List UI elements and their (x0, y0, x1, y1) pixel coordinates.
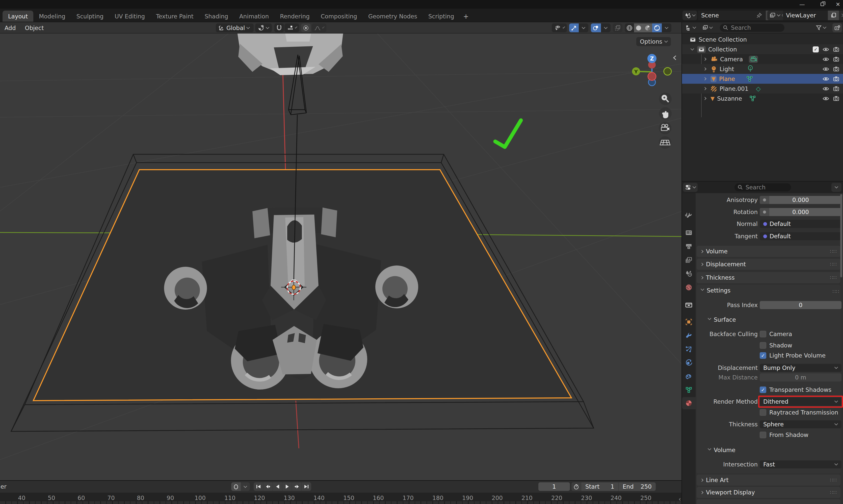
gizmos-dropdown[interactable] (579, 23, 588, 32)
collapsed-icon[interactable] (703, 57, 706, 61)
disable-render-camera-icon[interactable] (833, 95, 840, 102)
auto-keying-toggle[interactable] (231, 482, 241, 491)
gizmos-toggle[interactable] (569, 23, 579, 32)
properties-options-dropdown[interactable] (831, 183, 842, 192)
add-workspace-button[interactable]: + (460, 11, 472, 22)
anisotropy-input[interactable]: 0.000 (760, 196, 842, 204)
tab-view-layer[interactable] (682, 254, 695, 266)
outliner-display-mode-dropdown[interactable] (684, 23, 698, 32)
tab-modifiers[interactable] (682, 330, 695, 342)
collapsed-icon[interactable] (703, 77, 706, 80)
visibility-dropdown[interactable] (552, 23, 567, 32)
prev-keyframe-button[interactable] (263, 482, 273, 491)
tab-render[interactable] (682, 227, 695, 239)
shading-dropdown[interactable] (662, 23, 671, 32)
properties-editor-type-dropdown[interactable] (683, 183, 698, 192)
proportional-falloff-dropdown[interactable] (312, 23, 326, 32)
view-layer-copy-button[interactable] (828, 11, 839, 20)
tab-sculpting[interactable]: Sculpting (71, 11, 109, 22)
view-layer-remove-button[interactable]: ✕ (839, 11, 843, 20)
scene-name-field[interactable]: Scene (698, 11, 766, 20)
panel-viewport-display[interactable]: Viewport Display ∷∷ (696, 487, 841, 498)
play-button[interactable] (282, 482, 292, 491)
hide-eye-icon[interactable] (822, 56, 829, 62)
section-surface[interactable]: Surface (708, 315, 736, 324)
collapsed-icon[interactable] (703, 97, 706, 100)
render-method-dropdown[interactable]: Dithered (760, 398, 842, 406)
view-layer-type-dropdown[interactable] (767, 11, 782, 20)
camera-view-icon[interactable] (659, 122, 671, 134)
tab-physics[interactable] (682, 357, 695, 369)
tab-shading[interactable]: Shading (199, 11, 234, 22)
collapsed-icon[interactable] (703, 67, 706, 71)
hide-eye-icon[interactable] (822, 46, 829, 53)
normal-input[interactable]: Default (760, 220, 842, 228)
pin-icon[interactable] (756, 12, 762, 18)
tab-compositing[interactable]: Compositing (315, 11, 363, 22)
snap-settings-dropdown[interactable] (285, 23, 299, 32)
view-layer-name-field[interactable]: ViewLayer (783, 11, 828, 20)
outliner-row-plane[interactable]: ▼ Plane (682, 74, 843, 84)
panel-settings-header[interactable]: Settings (701, 286, 730, 295)
raytraced-transmission-checkbox[interactable] (760, 409, 766, 416)
snap-toggle[interactable] (274, 23, 284, 32)
from-shadow-checkbox[interactable] (760, 432, 766, 438)
panel-clipped[interactable] (696, 499, 841, 504)
editor-divider-horizontal[interactable] (682, 181, 843, 182)
scene-type-dropdown[interactable] (683, 11, 697, 20)
drag-dots-icon[interactable]: ∷∷ (830, 248, 837, 254)
disable-render-camera-icon[interactable] (833, 66, 840, 72)
tab-animation[interactable]: Animation (234, 11, 274, 22)
timeline-menu-partial[interactable]: er (0, 483, 6, 490)
tab-object-data[interactable] (682, 384, 695, 396)
tab-layout[interactable]: Layout (2, 11, 33, 22)
tab-texture-paint[interactable]: Texture Paint (151, 11, 199, 22)
tab-particles[interactable] (682, 343, 695, 355)
panel-thickness[interactable]: Thickness ∷∷ (696, 272, 841, 283)
pivot-point-dropdown[interactable] (255, 23, 272, 32)
overlays-toggle[interactable] (591, 23, 601, 32)
backface-camera-checkbox[interactable] (760, 331, 766, 337)
suzanne-mesh[interactable] (237, 34, 343, 75)
outliner-row-scene-collection[interactable]: Scene Collection (682, 35, 843, 44)
shading-wireframe-button[interactable] (625, 23, 634, 32)
tab-tool[interactable] (682, 210, 695, 222)
panel-displacement[interactable]: Displacement ∷∷ (696, 259, 841, 270)
outliner-filter-dropdown[interactable] (814, 23, 828, 32)
zoom-icon[interactable] (659, 92, 672, 105)
max-distance-input[interactable]: 0 m (760, 373, 842, 381)
tab-world[interactable] (682, 281, 695, 293)
object-menu[interactable]: Object (20, 22, 49, 34)
outliner-row-camera[interactable]: Camera (682, 54, 843, 64)
xray-toggle[interactable] (613, 23, 622, 32)
auto-keying-dropdown[interactable] (241, 482, 250, 491)
thickness-dropdown[interactable]: Sphere (760, 420, 842, 428)
shading-rendered-button[interactable] (652, 23, 662, 32)
next-keyframe-button[interactable] (292, 482, 302, 491)
hide-eye-icon[interactable] (822, 86, 829, 92)
tab-output[interactable] (682, 240, 695, 253)
collapse-sidebar-icon[interactable] (674, 56, 676, 60)
minimize-button[interactable]: — (797, 1, 807, 7)
nav-axis-gizmo[interactable]: Z Y (632, 54, 671, 86)
hide-eye-icon[interactable] (822, 95, 829, 102)
tab-material[interactable] (682, 397, 695, 409)
collapsed-icon[interactable] (703, 87, 706, 90)
jump-to-start-button[interactable] (254, 482, 263, 491)
pan-hand-icon[interactable] (659, 107, 672, 120)
disable-render-camera-icon[interactable] (833, 56, 840, 62)
tab-collection[interactable] (682, 299, 695, 311)
displacement-dropdown[interactable]: Bump Only (760, 364, 842, 372)
tab-modeling[interactable]: Modeling (33, 11, 71, 22)
tab-object[interactable] (682, 316, 695, 328)
properties-search-input[interactable]: Search (735, 183, 791, 191)
drag-knob[interactable] (760, 196, 769, 204)
transparent-shadows-checkbox[interactable]: ✓ (760, 386, 766, 393)
drag-dots-icon[interactable]: ∷∷ (830, 477, 837, 483)
drag-dots-icon[interactable]: ∷∷ (830, 261, 837, 267)
rotation-input[interactable]: 0.000 (760, 208, 842, 216)
overlays-dropdown[interactable] (601, 23, 610, 32)
3d-viewport[interactable]: Z Y (0, 34, 682, 480)
hide-eye-icon[interactable] (822, 76, 829, 82)
tab-scene[interactable] (682, 268, 695, 280)
